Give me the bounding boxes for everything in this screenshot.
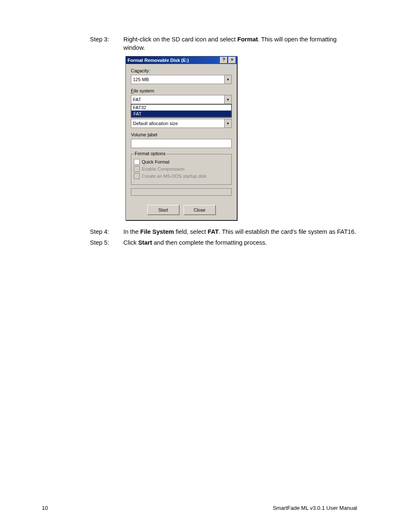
alloc-value: Default allocation size <box>131 121 224 126</box>
compression-row: Enable Compression <box>134 166 229 172</box>
capacity-value: 125 MB <box>131 77 224 82</box>
step-3: Step 3: Right-click on the SD card icon … <box>42 36 357 52</box>
capacity-label: Capacity: <box>131 68 232 73</box>
help-button[interactable]: ? <box>220 57 228 64</box>
page-footer: 10 SmartFade ML v3.0.1 User Manual <box>42 505 357 511</box>
capacity-dropdown-icon[interactable]: ▼ <box>224 75 231 84</box>
quick-format-checkbox[interactable] <box>134 159 140 165</box>
volume-input[interactable] <box>131 139 232 148</box>
close-icon[interactable]: × <box>228 57 236 64</box>
close-button[interactable]: Close <box>184 205 216 215</box>
step-4-text: In the File System field, select FAT. Th… <box>123 228 357 236</box>
quick-format-row[interactable]: Quick Format <box>134 159 229 165</box>
dialog-titlebar: Format Removable Disk (E:) ? × <box>126 56 237 64</box>
list-item-fat[interactable]: FAT <box>131 110 231 117</box>
alloc-dropdown-icon[interactable]: ▼ <box>224 119 231 128</box>
filesystem-label: File system <box>131 88 232 93</box>
format-dialog: Format Removable Disk (E:) ? × Capacity:… <box>125 56 237 220</box>
dialog-button-row: Start Close <box>131 205 232 215</box>
format-options-group: Format options Quick Format Enable Compr… <box>131 154 232 185</box>
dialog-body: Capacity: 125 MB ▼ File system FAT ▼ FAT… <box>126 64 237 220</box>
step-4: Step 4: In the File System field, select… <box>42 228 357 236</box>
format-options-legend: Format options <box>134 151 166 156</box>
msdos-checkbox <box>134 173 140 179</box>
list-item-fat32[interactable]: FAT32 <box>131 105 231 110</box>
step-3-label: Step 3: <box>42 36 123 52</box>
filesystem-open-list: FAT32 FAT <box>131 104 232 118</box>
manual-title: SmartFade ML v3.0.1 User Manual <box>273 505 357 511</box>
compression-checkbox <box>134 166 140 172</box>
capacity-combo[interactable]: 125 MB ▼ <box>131 75 232 84</box>
page-number: 10 <box>42 505 48 511</box>
filesystem-combo[interactable]: FAT ▼ <box>131 95 232 104</box>
step-5-label: Step 5: <box>42 239 123 247</box>
step-3-text: Right-click on the SD card icon and sele… <box>123 36 357 52</box>
progress-bar <box>131 188 232 196</box>
filesystem-dropdown-icon[interactable]: ▼ <box>224 95 231 104</box>
step-5: Step 5: Click Start and then complete th… <box>42 239 357 247</box>
start-button[interactable]: Start <box>147 205 179 215</box>
msdos-row: Create an MS-DOS startup disk <box>134 173 229 179</box>
step-5-text: Click Start and then complete the format… <box>123 239 357 247</box>
step-4-label: Step 4: <box>42 228 123 236</box>
alloc-combo[interactable]: Default allocation size ▼ <box>131 119 232 128</box>
dialog-title: Format Removable Disk (E:) <box>128 58 219 63</box>
volume-label: Volume label <box>131 132 232 137</box>
filesystem-value: FAT <box>131 97 224 102</box>
